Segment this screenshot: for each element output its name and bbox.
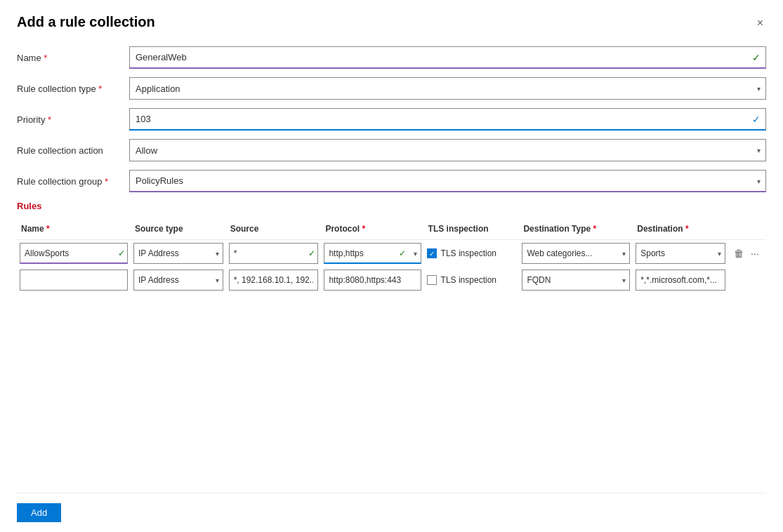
table-row: IP Address ▾ TLS inspect bbox=[17, 267, 766, 293]
table-row: ✓ IP Address ▾ bbox=[17, 240, 766, 267]
row1-name-input[interactable] bbox=[20, 243, 128, 264]
rules-table: Name * Source type Source Protocol * TLS… bbox=[17, 221, 766, 293]
col-header-destination: Destination * bbox=[633, 221, 728, 240]
row2-source-cell bbox=[226, 267, 322, 293]
col-header-destination-type: Destination Type * bbox=[519, 221, 633, 240]
add-rule-collection-dialog: Add a rule collection × Name * ✓ Rule co… bbox=[0, 0, 783, 532]
row1-source-input[interactable] bbox=[229, 243, 319, 264]
priority-input[interactable] bbox=[129, 108, 766, 131]
row2-tls-label: TLS inspection bbox=[441, 275, 496, 285]
name-field-wrapper: ✓ bbox=[129, 46, 766, 69]
row2-protocol-input[interactable] bbox=[324, 270, 421, 291]
row1-protocol-check-icon: ✓ bbox=[399, 248, 406, 258]
row2-name-input[interactable] bbox=[20, 270, 128, 291]
rule-collection-type-label: Rule collection type * bbox=[17, 84, 129, 94]
row1-source-type-cell: IP Address ▾ bbox=[131, 240, 226, 267]
rule-collection-group-wrapper: PolicyRules ▾ bbox=[129, 170, 766, 192]
row1-tls-cell: TLS inspection bbox=[424, 240, 520, 267]
row1-protocol-select[interactable]: http,https bbox=[324, 243, 421, 264]
add-button[interactable]: Add bbox=[17, 503, 61, 522]
priority-field-wrapper: ✓ bbox=[129, 108, 766, 131]
row1-destination-cell: Sports ▾ bbox=[633, 240, 728, 267]
row2-source-input[interactable] bbox=[229, 270, 319, 291]
more-icon: ··· bbox=[751, 248, 759, 259]
row2-name-cell bbox=[17, 267, 131, 293]
row1-protocol-cell: http,https ✓ ▾ bbox=[321, 240, 423, 267]
row2-destination-input[interactable] bbox=[636, 270, 725, 291]
row1-tls-label: TLS inspection bbox=[441, 248, 496, 258]
row1-more-button[interactable]: ··· bbox=[748, 245, 762, 262]
row2-tls-cell: TLS inspection bbox=[424, 267, 520, 293]
col-header-tls: TLS inspection bbox=[424, 221, 520, 240]
col-header-protocol: Protocol * bbox=[321, 221, 423, 240]
priority-row: Priority * ✓ bbox=[17, 108, 766, 131]
row2-protocol-cell bbox=[321, 267, 423, 293]
col-header-source: Source bbox=[226, 221, 322, 240]
row2-destination-cell bbox=[633, 267, 728, 293]
priority-check-icon: ✓ bbox=[752, 114, 761, 125]
row1-tls-checkbox[interactable] bbox=[427, 248, 437, 258]
row2-source-type-cell: IP Address ▾ bbox=[131, 267, 226, 293]
row1-source-check-icon: ✓ bbox=[308, 248, 315, 258]
close-button[interactable]: × bbox=[754, 14, 766, 32]
rule-collection-action-label: Rule collection action bbox=[17, 145, 129, 156]
col-header-actions bbox=[728, 221, 766, 240]
name-input[interactable] bbox=[129, 46, 766, 69]
row1-destination-type-select[interactable]: Web categories... bbox=[522, 243, 630, 264]
row1-source-type-select[interactable]: IP Address bbox=[133, 243, 223, 264]
row2-actions-cell bbox=[728, 267, 766, 293]
row2-source-type-select[interactable]: IP Address bbox=[133, 270, 223, 291]
rule-collection-action-row: Rule collection action Allow ▾ bbox=[17, 139, 766, 161]
col-header-source-type: Source type bbox=[131, 221, 226, 240]
rule-collection-group-select[interactable]: PolicyRules bbox=[129, 170, 766, 192]
row1-actions-cell: 🗑 ··· bbox=[728, 240, 766, 267]
rule-collection-action-select[interactable]: Allow bbox=[129, 139, 766, 161]
row1-destination-type-cell: Web categories... ▾ bbox=[519, 240, 633, 267]
rule-collection-type-wrapper: Application ▾ bbox=[129, 77, 766, 100]
row2-destination-type-select[interactable]: FQDN bbox=[522, 270, 630, 291]
row1-destination-select[interactable]: Sports bbox=[636, 243, 725, 264]
rule-collection-type-row: Rule collection type * Application ▾ bbox=[17, 77, 766, 100]
dialog-title: Add a rule collection bbox=[17, 14, 155, 30]
rule-collection-group-label: Rule collection group * bbox=[17, 176, 129, 187]
rule-collection-group-row: Rule collection group * PolicyRules ▾ bbox=[17, 170, 766, 192]
form-section: Name * ✓ Rule collection type * Applicat… bbox=[17, 46, 766, 493]
name-check-icon: ✓ bbox=[752, 52, 761, 63]
close-icon: × bbox=[757, 17, 763, 29]
col-header-name: Name * bbox=[17, 221, 131, 240]
rules-section-label: Rules bbox=[17, 201, 766, 211]
priority-label: Priority * bbox=[17, 114, 129, 125]
row2-destination-type-cell: FQDN ▾ bbox=[519, 267, 633, 293]
name-label: Name * bbox=[17, 53, 129, 63]
row1-name-check-icon: ✓ bbox=[118, 248, 125, 258]
trash-icon: 🗑 bbox=[734, 248, 744, 259]
row2-tls-checkbox[interactable] bbox=[427, 275, 437, 285]
row1-delete-button[interactable]: 🗑 bbox=[731, 245, 746, 262]
rule-collection-action-wrapper: Allow ▾ bbox=[129, 139, 766, 161]
row1-source-cell: ✓ bbox=[226, 240, 322, 267]
rule-collection-type-select[interactable]: Application bbox=[129, 77, 766, 100]
dialog-header: Add a rule collection × bbox=[17, 14, 766, 32]
name-row: Name * ✓ bbox=[17, 46, 766, 69]
row1-name-cell: ✓ bbox=[17, 240, 131, 267]
dialog-footer: Add bbox=[17, 493, 766, 532]
